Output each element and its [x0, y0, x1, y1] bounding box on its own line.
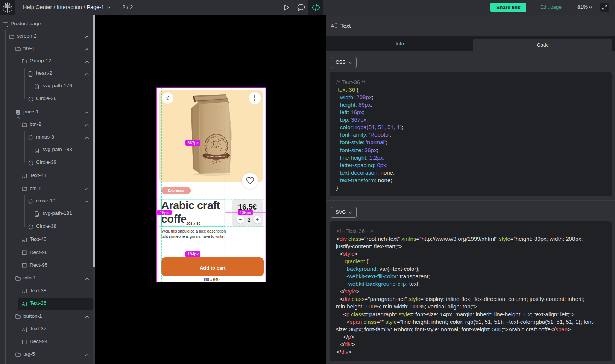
svg-text:A: A [22, 327, 25, 332]
svg-text:A: A [22, 301, 25, 307]
svg-text:NABI NAHUA: NABI NAHUA [207, 155, 225, 158]
svg-text:A: A [22, 174, 25, 179]
svg-text:A: A [22, 288, 25, 294]
svg-text:A: A [22, 237, 25, 243]
svg-text:A: A [331, 23, 334, 29]
